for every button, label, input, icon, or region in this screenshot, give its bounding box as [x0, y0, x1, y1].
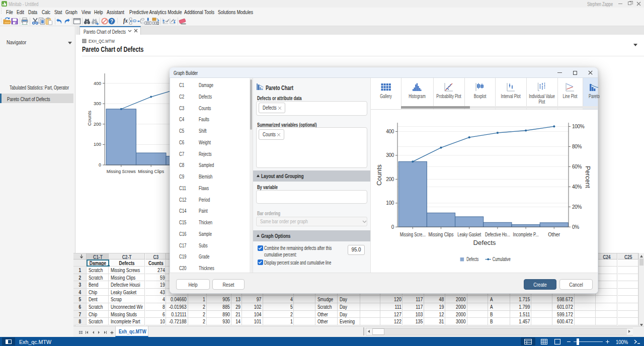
svg-text:0: 0: [99, 162, 101, 167]
svg-text:200: 200: [94, 122, 101, 127]
svg-text:Other: Other: [548, 232, 560, 237]
svg-text:Missing Screws: Missing Screws: [107, 169, 136, 174]
svg-text:Cumulative: Cumulative: [493, 256, 511, 262]
svg-text:Defective Ho...: Defective Ho...: [485, 232, 510, 237]
svg-text:300: 300: [94, 101, 101, 106]
svg-text:300: 300: [386, 152, 394, 158]
svg-text:Counts: Counts: [87, 111, 92, 126]
svg-text:200: 200: [386, 177, 394, 182]
svg-text:80%: 80%: [572, 144, 582, 149]
svg-text:100%: 100%: [572, 124, 585, 129]
svg-text:40%: 40%: [572, 184, 582, 190]
svg-text:60%: 60%: [572, 164, 582, 169]
svg-text:Missing Clips: Missing Clips: [429, 232, 454, 237]
svg-text:Defects: Defects: [466, 256, 478, 262]
svg-text:Leaky Gasket: Leaky Gasket: [457, 232, 481, 237]
svg-text:Defects: Defects: [473, 239, 496, 246]
svg-text:Missing Clips: Missing Clips: [138, 169, 164, 174]
svg-text:0: 0: [391, 224, 394, 230]
svg-text:400: 400: [94, 81, 101, 86]
svg-text:Percent: Percent: [584, 166, 592, 188]
svg-text:Missing Scre...: Missing Scre...: [400, 232, 426, 237]
svg-text:100: 100: [386, 200, 394, 206]
svg-text:Counts: Counts: [375, 164, 383, 186]
svg-text:0%: 0%: [572, 224, 579, 230]
svg-text:400: 400: [386, 129, 394, 134]
svg-text:?: ?: [110, 19, 113, 24]
svg-text:Incomplete P...: Incomplete P...: [513, 232, 539, 237]
svg-text:100: 100: [94, 142, 101, 147]
svg-text:20%: 20%: [572, 204, 582, 210]
